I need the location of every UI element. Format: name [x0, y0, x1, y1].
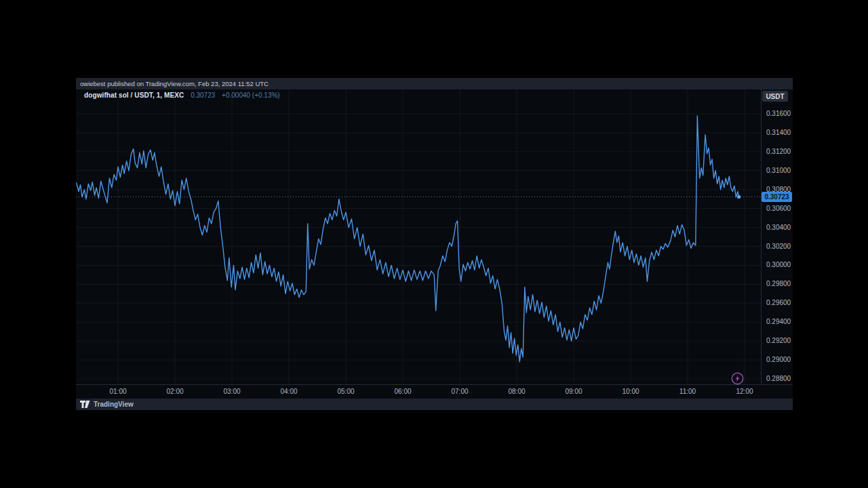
price-line — [77, 116, 739, 362]
symbol-title[interactable]: dogwifhat sol / USDT, 1, MEXC — [84, 92, 184, 99]
tradingview-brand-text[interactable]: TradingView — [94, 401, 134, 408]
price-tick-label: 0.29400 — [766, 318, 791, 325]
time-tick-label: 07:00 — [443, 388, 477, 395]
price-tick-label: 0.29000 — [766, 356, 791, 363]
time-tick-label: 10:00 — [614, 388, 648, 395]
tradingview-chart-widget: owiebest published on TradingView.com, F… — [76, 78, 793, 410]
price-tick-label: 0.30200 — [766, 243, 791, 250]
page: { "attribution": { "text": "owiebest pub… — [0, 0, 868, 488]
last-price-axis-label: 0.30723 — [762, 192, 792, 202]
time-tick-label: 02:00 — [158, 388, 192, 395]
price-tick-label: 0.31200 — [766, 148, 791, 155]
price-tick-label: 0.29800 — [766, 280, 791, 287]
price-tick-label: 0.31000 — [766, 167, 791, 174]
attribution-bar: owiebest published on TradingView.com, F… — [76, 78, 793, 89]
time-axis[interactable]: 01:0002:0003:0004:0005:0006:0007:0008:00… — [76, 385, 793, 399]
price-axis[interactable]: 0.316000.314000.312000.310000.308000.306… — [762, 89, 793, 384]
price-tick-label: 0.29600 — [766, 299, 791, 306]
time-tick-label: 11:00 — [671, 388, 705, 395]
time-tick-label: 12:00 — [728, 388, 762, 395]
footer-bar: TradingView — [76, 399, 793, 410]
time-tick-label: 05:00 — [329, 388, 363, 395]
symbol-legend: dogwifhat sol / USDT, 1, MEXC 0.30723 +0… — [84, 92, 280, 99]
price-tick-label: 0.28800 — [766, 375, 791, 382]
chart-region: dogwifhat sol / USDT, 1, MEXC 0.30723 +0… — [76, 89, 793, 399]
price-line-chart[interactable] — [76, 89, 761, 384]
price-tick-label: 0.30600 — [766, 205, 791, 212]
time-tick-label: 04:00 — [272, 388, 306, 395]
time-tick-label: 08:00 — [500, 388, 534, 395]
time-tick-label: 09:00 — [557, 388, 591, 395]
tradingview-logo-icon[interactable] — [80, 401, 90, 408]
price-tick-label: 0.30400 — [766, 224, 791, 231]
price-tick-label: 0.31400 — [766, 129, 791, 136]
time-tick-label: 03:00 — [215, 388, 249, 395]
price-tick-label: 0.29200 — [766, 337, 791, 344]
time-tick-label: 01:00 — [101, 388, 135, 395]
lightning-icon-glyph — [730, 371, 745, 386]
time-tick-label: 06:00 — [386, 388, 420, 395]
price-tick-label: 0.31600 — [766, 110, 791, 117]
price-tick-label: 0.30000 — [766, 261, 791, 268]
last-price-marker — [737, 195, 741, 199]
legend-price-change: +0.00040 (+0.13%) — [222, 92, 280, 99]
lightning-icon[interactable] — [730, 371, 745, 386]
attribution-text: owiebest published on TradingView.com, F… — [80, 80, 269, 87]
legend-last-price: 0.30723 — [191, 92, 215, 99]
